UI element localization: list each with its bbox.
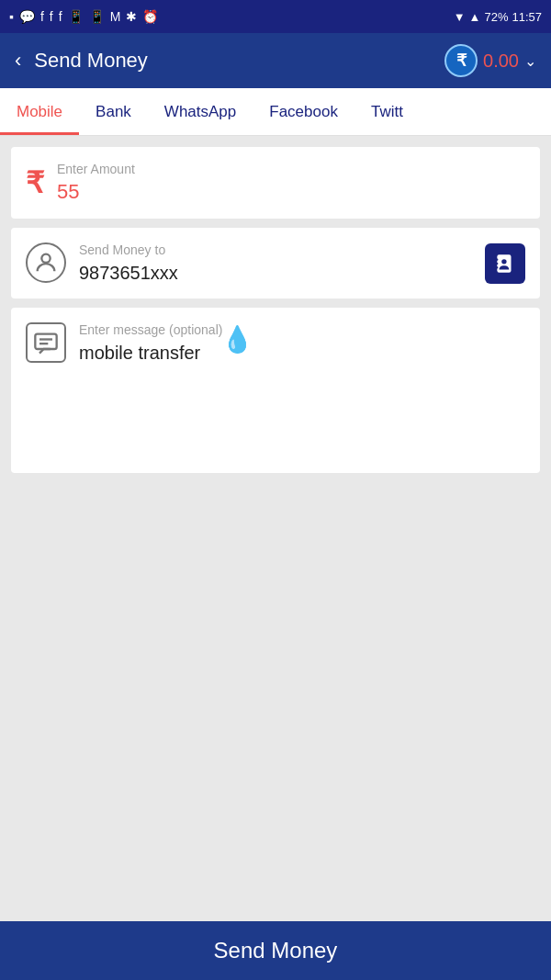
message-value[interactable]: mobile transfer: [79, 343, 525, 364]
amount-field-content: Enter Amount 55: [57, 162, 135, 204]
balance-dropdown-arrow[interactable]: ⌄: [524, 52, 536, 70]
tab-whatsapp[interactable]: WhatsApp: [148, 88, 253, 135]
tab-facebook[interactable]: Facebook: [253, 88, 354, 135]
tab-twitter[interactable]: Twitt: [354, 88, 420, 135]
send-to-card: Send Money to 9873651xxx: [11, 228, 540, 299]
bluetooth-icon: ✱: [126, 9, 137, 24]
battery-level: 72%: [484, 10, 508, 24]
signal-icon: ▲: [469, 10, 481, 24]
amount-value[interactable]: 55: [57, 180, 135, 204]
tab-mobile[interactable]: Mobile: [0, 88, 79, 135]
page-title: Send Money: [34, 49, 148, 73]
rupee-icon: ₹: [444, 44, 478, 77]
svg-rect-2: [495, 258, 498, 260]
status-icons: ▪ 💬 f f f 📱 📱 M ✱ ⏰: [9, 9, 158, 24]
amount-card: ₹ Enter Amount 55: [11, 147, 540, 219]
clock: 11:57: [512, 10, 542, 24]
text-cursor-icon: 💧: [221, 324, 253, 355]
chat-icon: 💬: [19, 9, 35, 24]
whatsapp-icon: 📱: [68, 9, 84, 24]
main-content: ₹ Enter Amount 55 Send Money to 9873651x…: [0, 136, 551, 493]
message-card: Enter message (optional) mobile transfer…: [11, 308, 540, 473]
app-header: ‹ Send Money ₹ 0.00 ⌄: [0, 33, 551, 88]
header-left: ‹ Send Money: [15, 49, 148, 73]
status-right: ▼ ▲ 72% 11:57: [454, 10, 542, 24]
svg-point-5: [501, 259, 506, 264]
send-to-content: Send Money to 9873651xxx: [79, 242, 472, 284]
svg-point-0: [41, 254, 50, 263]
chat-message-icon: [26, 322, 66, 363]
phone-number[interactable]: 9873651xxx: [79, 263, 472, 284]
svg-rect-6: [35, 334, 56, 349]
send-money-button-label: Send Money: [214, 938, 338, 963]
amount-label: Enter Amount: [57, 162, 135, 176]
contact-book-icon[interactable]: [485, 243, 525, 284]
message-field-content: Enter message (optional) mobile transfer…: [79, 322, 525, 364]
message-label: Enter message (optional): [79, 322, 525, 337]
tab-bank[interactable]: Bank: [79, 88, 148, 135]
status-bar: ▪ 💬 f f f 📱 📱 M ✱ ⏰ ▼ ▲ 72% 11:57: [0, 0, 551, 33]
header-right: ₹ 0.00 ⌄: [444, 44, 536, 77]
whatsapp2-icon: 📱: [89, 9, 105, 24]
send-to-label: Send Money to: [79, 242, 472, 257]
tab-bar: Mobile Bank WhatsApp Facebook Twitt: [0, 88, 551, 136]
rupee-symbol-icon: ₹: [26, 165, 44, 200]
balance-display: 0.00: [483, 51, 519, 72]
alarm-icon: ⏰: [142, 9, 158, 24]
fb3-icon: f: [59, 9, 62, 24]
gmail-icon: M: [110, 9, 121, 24]
back-button[interactable]: ‹: [15, 49, 21, 73]
person-icon: [26, 242, 66, 283]
svg-rect-4: [495, 266, 498, 268]
msg-icon: ▪: [9, 9, 14, 24]
fb-icon: f: [40, 9, 44, 24]
fb2-icon: f: [50, 9, 53, 24]
svg-rect-3: [495, 262, 498, 264]
send-money-button[interactable]: Send Money: [0, 921, 551, 980]
wifi-icon: ▼: [454, 10, 466, 24]
